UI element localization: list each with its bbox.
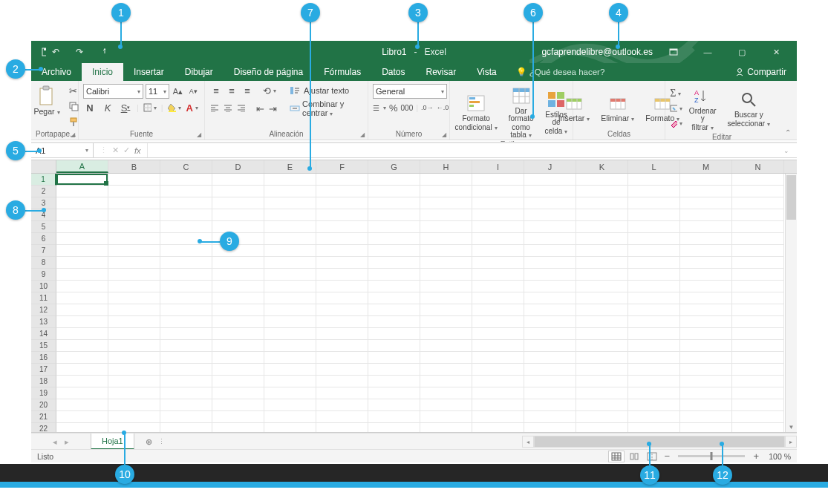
cell[interactable]	[316, 387, 368, 399]
cell[interactable]	[576, 364, 628, 376]
cell[interactable]	[472, 174, 524, 186]
cell[interactable]	[420, 352, 472, 364]
cell[interactable]	[420, 423, 472, 432]
cell[interactable]	[368, 352, 420, 364]
cell[interactable]	[108, 292, 160, 304]
maximize-button[interactable]: ▢	[728, 41, 755, 63]
cell[interactable]	[472, 376, 524, 387]
page-layout-view-button[interactable]	[626, 451, 642, 462]
cell[interactable]	[524, 174, 576, 186]
cell[interactable]	[420, 328, 472, 340]
row-header[interactable]: 15	[31, 340, 56, 352]
cell[interactable]	[56, 269, 108, 281]
cell[interactable]	[368, 269, 420, 281]
clipboard-dialog-launcher[interactable]: ◢	[69, 131, 76, 138]
cell[interactable]	[160, 316, 212, 328]
cell[interactable]	[472, 411, 524, 423]
row-header[interactable]: 19	[31, 387, 56, 399]
cell[interactable]	[524, 197, 576, 209]
column-header-k[interactable]: K	[576, 160, 628, 173]
cell[interactable]	[472, 423, 524, 432]
find-select-button[interactable]: Buscar yseleccionar	[723, 88, 775, 129]
cell[interactable]	[212, 269, 264, 281]
cell[interactable]	[316, 269, 368, 281]
cell[interactable]	[368, 186, 420, 197]
row-header[interactable]: 14	[31, 328, 56, 340]
cell[interactable]	[524, 387, 576, 399]
cell[interactable]	[368, 233, 420, 245]
orientation-icon[interactable]: ⟲	[263, 84, 276, 97]
cell[interactable]	[732, 399, 784, 411]
cell[interactable]	[472, 221, 524, 233]
cell[interactable]	[160, 233, 212, 245]
cell[interactable]	[316, 257, 368, 269]
cell[interactable]	[212, 411, 264, 423]
cell[interactable]	[316, 209, 368, 221]
cell[interactable]	[472, 340, 524, 352]
cell[interactable]	[576, 376, 628, 387]
number-dialog-launcher[interactable]: ◢	[440, 131, 448, 138]
cell[interactable]	[680, 376, 732, 387]
cell[interactable]	[56, 352, 108, 364]
cell[interactable]	[472, 352, 524, 364]
cell[interactable]	[264, 399, 316, 411]
cell[interactable]	[576, 209, 628, 221]
cell[interactable]	[472, 399, 524, 411]
cell[interactable]	[108, 364, 160, 376]
cell[interactable]	[576, 245, 628, 257]
align-left-icon[interactable]	[209, 102, 221, 115]
column-header-l[interactable]: L	[628, 160, 680, 173]
cell[interactable]	[524, 209, 576, 221]
cell[interactable]	[316, 197, 368, 209]
cell[interactable]	[524, 340, 576, 352]
tab-dibujar[interactable]: Dibujar	[175, 63, 224, 81]
cell[interactable]	[576, 292, 628, 304]
autosum-icon[interactable]: Σ	[669, 87, 682, 100]
cell[interactable]	[576, 281, 628, 292]
cell[interactable]	[472, 328, 524, 340]
cell[interactable]	[56, 233, 108, 245]
share-button[interactable]: Compartir	[725, 63, 797, 81]
cell[interactable]	[56, 257, 108, 269]
cell[interactable]	[472, 257, 524, 269]
expand-formula-bar-icon[interactable]: ⌄	[783, 147, 792, 154]
cell[interactable]	[524, 411, 576, 423]
cell[interactable]	[628, 316, 680, 328]
cell[interactable]	[56, 292, 108, 304]
row-header[interactable]: 1	[31, 174, 56, 186]
cell[interactable]	[576, 304, 628, 316]
cell[interactable]	[108, 399, 160, 411]
cell[interactable]	[628, 328, 680, 340]
percent-icon[interactable]: %	[389, 101, 398, 114]
cell[interactable]	[160, 209, 212, 221]
row-header[interactable]: 21	[31, 411, 56, 423]
cell[interactable]	[316, 352, 368, 364]
cell[interactable]	[732, 174, 784, 186]
cell[interactable]	[212, 328, 264, 340]
horizontal-scrollbar[interactable]: ◂ ▸	[522, 436, 797, 448]
cell[interactable]	[628, 376, 680, 387]
row-header[interactable]: 9	[31, 269, 56, 281]
cell[interactable]	[108, 186, 160, 197]
cell[interactable]	[264, 174, 316, 186]
cell[interactable]	[56, 328, 108, 340]
cell[interactable]	[524, 423, 576, 432]
cell[interactable]	[680, 352, 732, 364]
scroll-left-arrow[interactable]: ◂	[522, 436, 534, 448]
accounting-format-icon[interactable]: ☰	[373, 101, 386, 114]
cell[interactable]	[576, 387, 628, 399]
cell[interactable]	[472, 233, 524, 245]
cell[interactable]	[264, 376, 316, 387]
cell[interactable]	[628, 245, 680, 257]
horizontal-scroll-thumb[interactable]	[535, 436, 784, 447]
cell[interactable]	[108, 197, 160, 209]
decrease-indent-icon[interactable]: ⇤	[255, 102, 266, 115]
redo-icon[interactable]: ↷	[74, 47, 85, 57]
cell[interactable]	[680, 281, 732, 292]
row-header[interactable]: 20	[31, 399, 56, 411]
row-header[interactable]: 16	[31, 352, 56, 364]
cell[interactable]	[732, 316, 784, 328]
cell[interactable]	[576, 269, 628, 281]
cell[interactable]	[56, 364, 108, 376]
increase-decimal-icon[interactable]: .0→	[421, 101, 434, 114]
